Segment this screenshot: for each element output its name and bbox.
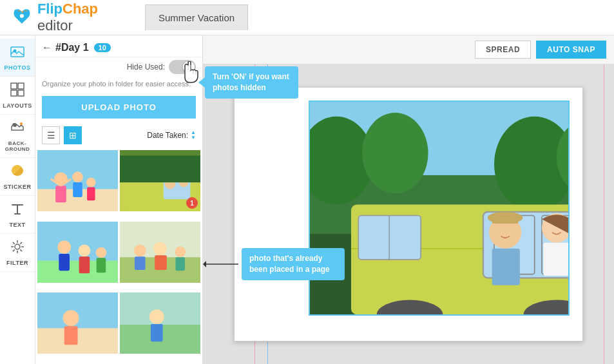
svg-rect-46 — [135, 256, 146, 270]
svg-point-8 — [20, 122, 23, 125]
layouts-icon — [10, 82, 25, 101]
svg-point-45 — [134, 244, 146, 256]
background-icon — [10, 120, 25, 139]
logo-area: FlipChap editor — [0, 1, 142, 34]
filter-label: FILTER — [6, 260, 28, 266]
svg-rect-6 — [18, 90, 24, 96]
placed-photo[interactable] — [309, 101, 570, 316]
hide-used-tooltip: Turn 'ON' if you want photos hidden — [205, 66, 298, 99]
background-label: BACK- GROUND — [5, 140, 30, 152]
canvas-content — [203, 64, 614, 364]
placed-photo-tooltip: photo that's alreadybeen placed in a pag… — [242, 248, 345, 280]
text-label: TEXT — [9, 222, 25, 228]
svg-rect-34 — [120, 156, 200, 183]
svg-point-63 — [362, 113, 428, 193]
photo-thumb-4[interactable] — [120, 222, 200, 283]
svg-point-49 — [175, 247, 186, 258]
canvas-toolbar: SPREAD AUTO SNAP — [203, 35, 614, 64]
sort-arrows[interactable]: ▲ ▼ — [191, 130, 196, 140]
back-button[interactable]: ← — [42, 42, 52, 53]
photos-panel: ← #Day 1 10 Hide Used: Organize your pho… — [35, 35, 203, 364]
svg-point-24 — [86, 178, 96, 187]
photo-thumb-2[interactable]: 1 — [120, 150, 200, 211]
placed-photo-callout: photo that's alreadybeen placed in a pag… — [203, 248, 345, 280]
svg-rect-58 — [151, 324, 163, 341]
svg-line-14 — [13, 242, 15, 244]
header: FlipChap editor Summer Vacation — [0, 0, 614, 35]
svg-rect-75 — [543, 243, 568, 276]
view-controls: ☰ ⊞ Date Taken: ▲ ▼ — [35, 122, 202, 148]
svg-point-41 — [96, 247, 107, 258]
sticker-label: STICKER — [3, 184, 31, 190]
photo-grid: 1 — [35, 148, 202, 364]
photo-thumb-5[interactable] — [37, 292, 118, 354]
auto-snap-button[interactable]: AUTO SNAP — [536, 41, 606, 59]
logo-chap: Chap — [62, 1, 98, 17]
sticker-icon — [10, 163, 25, 182]
placed-tooltip-text: photo that's alreadybeen placed in a pag… — [249, 254, 330, 274]
svg-point-47 — [153, 242, 167, 255]
svg-line-15 — [20, 249, 22, 251]
logo-icon — [10, 5, 34, 30]
main-area: PHOTOS LAYOUTS BACK- GROUND STICKER TEXT — [0, 35, 614, 364]
svg-point-37 — [57, 240, 71, 254]
svg-rect-23 — [73, 182, 82, 197]
sort-down-icon[interactable]: ▼ — [191, 135, 196, 140]
svg-point-9 — [15, 244, 20, 249]
svg-rect-48 — [155, 255, 167, 270]
layouts-label: LAYOUTS — [3, 102, 32, 109]
svg-point-57 — [149, 310, 164, 325]
svg-rect-38 — [59, 254, 70, 271]
organize-text: Organize your photo in folder for easier… — [35, 77, 202, 92]
photo-thumb-1[interactable] — [37, 150, 118, 211]
project-title: Summer Vacation — [158, 12, 235, 23]
svg-rect-42 — [97, 258, 106, 273]
view-icons: ☰ ⊞ — [42, 126, 82, 144]
svg-point-22 — [72, 172, 83, 183]
hide-used-row: Hide Used: — [35, 57, 202, 77]
svg-rect-71 — [492, 249, 520, 285]
sidebar-item-sticker[interactable]: STICKER — [0, 158, 35, 196]
svg-rect-5 — [11, 90, 17, 96]
photos-icon — [10, 44, 25, 63]
svg-marker-86 — [203, 261, 206, 267]
svg-point-39 — [79, 244, 91, 256]
guide-line-right — [604, 64, 604, 364]
photo-thumb-3[interactable] — [37, 222, 118, 283]
sidebar-item-photos[interactable]: PHOTOS — [0, 39, 35, 77]
day-count-badge: 10 — [94, 43, 111, 52]
svg-rect-54 — [64, 327, 78, 345]
hide-used-label: Hide Used: — [127, 62, 165, 72]
grid-view-button[interactable]: ⊞ — [64, 126, 82, 144]
photo-thumb-6[interactable] — [120, 292, 200, 354]
upload-photo-button[interactable]: UPLOAD PHOTO — [42, 96, 196, 119]
hide-used-toggle[interactable] — [169, 60, 196, 74]
day-label: #Day 1 — [55, 42, 89, 53]
svg-line-17 — [20, 242, 22, 244]
sidebar-item-layouts[interactable]: LAYOUTS — [0, 77, 35, 115]
logo-flip: Flip — [37, 1, 62, 17]
spread-button[interactable]: SPREAD — [475, 41, 531, 59]
hide-tooltip-line2: photos hidden — [213, 82, 291, 93]
page-spread[interactable] — [234, 87, 583, 341]
toggle-knob — [183, 61, 195, 73]
svg-rect-73 — [492, 213, 519, 224]
sidebar-item-background[interactable]: BACK- GROUND — [0, 115, 35, 158]
svg-line-16 — [13, 249, 15, 251]
sidebar-item-filter[interactable]: FILTER — [0, 234, 35, 272]
svg-rect-4 — [18, 83, 24, 89]
svg-rect-21 — [55, 186, 66, 203]
date-taken-label: Date Taken: — [147, 131, 188, 140]
sidebar-item-text[interactable]: TEXT — [0, 196, 35, 234]
svg-rect-3 — [11, 83, 17, 89]
svg-rect-50 — [175, 257, 185, 271]
svg-point-53 — [63, 311, 79, 327]
panel-header: ← #Day 1 10 — [35, 35, 202, 57]
project-title-tab[interactable]: Summer Vacation — [145, 5, 248, 30]
logo-editor: editor — [37, 17, 73, 34]
svg-point-0 — [20, 14, 24, 18]
sort-control: Date Taken: ▲ ▼ — [147, 130, 196, 140]
list-view-button[interactable]: ☰ — [42, 126, 60, 144]
svg-rect-40 — [79, 256, 90, 273]
filter-icon — [10, 239, 25, 258]
